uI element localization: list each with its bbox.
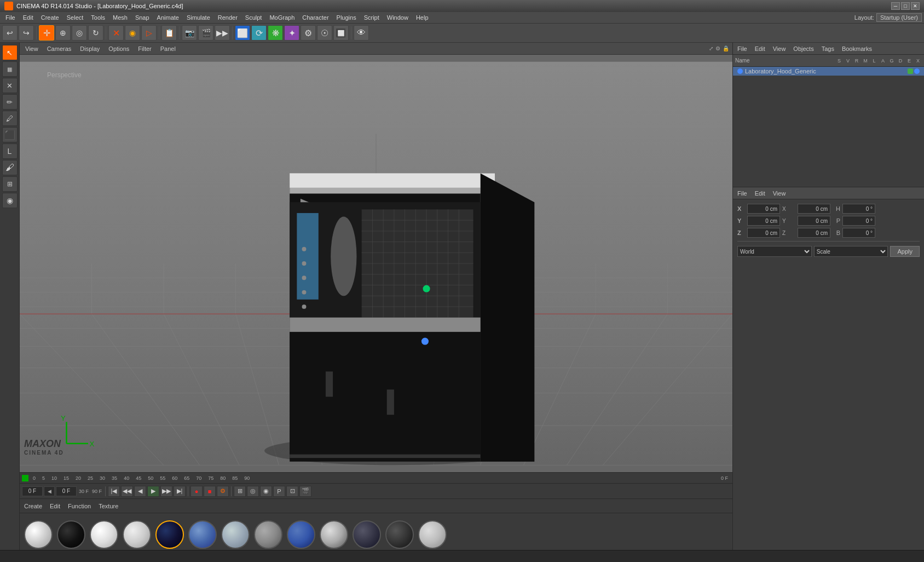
maximize-button[interactable]: □ (901, 2, 910, 10)
goto-end-button[interactable]: ▶| (174, 486, 186, 497)
menu-tools[interactable]: Tools (88, 13, 108, 22)
viewport-menu-filter[interactable]: Filter (136, 44, 153, 53)
render-all-button[interactable]: ▶▶ (215, 25, 230, 41)
checkerboard-tool[interactable]: ▦ (2, 61, 18, 77)
viewport-menu-display[interactable]: Display (78, 44, 102, 53)
viewport[interactable]: View Cameras Display Options Filter Pane… (20, 43, 732, 472)
p-input[interactable] (842, 216, 875, 226)
menu-script[interactable]: Script (361, 13, 383, 22)
b-input[interactable] (842, 228, 875, 238)
y-position-input[interactable] (747, 216, 780, 226)
obj-tab-tags[interactable]: Tags (819, 44, 836, 53)
config-icon[interactable]: ⚙ (715, 45, 720, 51)
scale-select[interactable]: Scale (814, 246, 888, 257)
menu-create[interactable]: Create (38, 13, 62, 22)
light-button[interactable]: ⚙ (301, 25, 316, 41)
camera-button[interactable]: ☉ (317, 25, 332, 41)
undo-button[interactable]: ↩ (2, 25, 18, 41)
object-laboratory-hood[interactable]: Laboratory_Hood_Generic (733, 67, 924, 76)
obj-tab-view[interactable]: View (771, 44, 788, 53)
frame-back-btn[interactable]: ◀ (44, 486, 55, 496)
pointer-tool[interactable]: ↖ (2, 45, 18, 60)
mat-menu-edit[interactable]: Edit (48, 502, 62, 511)
step-forward-button[interactable]: ▶▶ (160, 486, 172, 497)
render-region-button[interactable]: 📷 (182, 25, 197, 41)
menu-help[interactable]: Help (413, 13, 432, 22)
auto-key-button[interactable]: ⚙ (217, 486, 229, 497)
mat-menu-function[interactable]: Function (66, 502, 93, 511)
points-mode-button[interactable]: ◉ (125, 25, 140, 41)
scene-button[interactable]: 🔲 (333, 25, 349, 41)
L-tool[interactable]: L (2, 144, 18, 159)
play-button[interactable]: ▶ (147, 486, 159, 497)
menu-sculpt[interactable]: Sculpt (242, 13, 265, 22)
coord-tab-edit[interactable]: Edit (753, 189, 767, 198)
z-size-input[interactable] (798, 228, 830, 238)
obj-tab-objects[interactable]: Objects (791, 44, 816, 53)
motion-btn3[interactable]: ◉ (260, 486, 272, 497)
menu-file[interactable]: File (2, 13, 19, 22)
knife-tool[interactable]: ✕ (2, 78, 18, 93)
move-tool-button[interactable]: ⊕ (55, 25, 71, 41)
current-frame-input[interactable] (56, 486, 77, 496)
motion-btn1[interactable]: ⊞ (234, 486, 246, 497)
viewport-menu-cameras[interactable]: Cameras (45, 44, 74, 53)
menu-render[interactable]: Render (215, 13, 241, 22)
menu-mograph[interactable]: MoGraph (266, 13, 298, 22)
world-space-select[interactable]: World (737, 246, 812, 257)
record-button[interactable]: ● (190, 486, 203, 497)
motion-btn4[interactable]: P (273, 486, 285, 497)
y-size-input[interactable] (798, 216, 830, 226)
viewport-menu-panel[interactable]: Panel (158, 44, 178, 53)
redo-button[interactable]: ↪ (19, 25, 34, 41)
nurbs-button[interactable]: ⟳ (251, 25, 267, 41)
viewport-menu-options[interactable]: Options (106, 44, 131, 53)
menu-character[interactable]: Character (299, 13, 332, 22)
menu-edit[interactable]: Edit (20, 13, 37, 22)
z-position-input[interactable] (747, 228, 780, 238)
x-size-input[interactable] (798, 204, 830, 214)
fullscreen-icon[interactable]: ⤢ (709, 45, 713, 51)
play-reverse-button[interactable]: ◀ (134, 486, 146, 497)
cube-prim[interactable]: ⬛ (2, 127, 18, 142)
grid-tool[interactable]: ⊞ (2, 176, 18, 192)
close-button[interactable]: ✕ (911, 2, 920, 10)
smooth-tool[interactable]: 🖊 (2, 111, 18, 126)
cube-button[interactable]: ⬜ (235, 25, 250, 41)
render-anim-button[interactable]: 🎬 (198, 25, 213, 41)
timeline-start-marker[interactable] (22, 475, 28, 481)
frame-start-input[interactable] (22, 486, 43, 496)
new-project-button[interactable]: 📋 (161, 25, 177, 41)
mograph-button[interactable]: ✦ (284, 25, 299, 41)
brush-tool[interactable]: 🖌 (2, 160, 18, 175)
lock-icon[interactable]: 🔒 (723, 45, 729, 51)
motion-btn6[interactable]: 🎬 (299, 486, 311, 497)
x-position-input[interactable] (747, 204, 780, 214)
window-controls[interactable]: ─ □ ✕ (891, 2, 920, 10)
deformers-button[interactable]: ❋ (268, 25, 283, 41)
menu-window[interactable]: Window (384, 13, 412, 22)
3d-scene[interactable]: X Y Perspective MAXON CINEMA 4D (20, 55, 732, 472)
menu-mesh[interactable]: Mesh (109, 13, 131, 22)
viewport-menu-view[interactable]: View (23, 44, 41, 53)
scale-tool-button[interactable]: ◎ (72, 25, 87, 41)
select-tool-button[interactable]: ✛ (39, 25, 54, 41)
magnet-tool[interactable]: ◉ (2, 193, 18, 208)
menu-snap[interactable]: Snap (132, 13, 153, 22)
obj-tab-edit[interactable]: Edit (753, 44, 767, 53)
menu-animate[interactable]: Animate (154, 13, 182, 22)
h-input[interactable] (842, 204, 875, 214)
stop-button[interactable]: ■ (204, 486, 216, 497)
coord-tab-view[interactable]: View (771, 189, 788, 198)
obj-tab-bookmarks[interactable]: Bookmarks (840, 44, 874, 53)
rotate-tool-button[interactable]: ↻ (88, 25, 103, 41)
menu-plugins[interactable]: Plugins (333, 13, 360, 22)
floor-button[interactable]: 👁 (354, 25, 369, 41)
motion-btn5[interactable]: ⊡ (286, 486, 298, 497)
obj-vis-toggle[interactable] (908, 68, 913, 74)
pen-tool[interactable]: ✏ (2, 94, 18, 110)
goto-start-button[interactable]: |◀ (108, 486, 120, 497)
mat-menu-create[interactable]: Create (22, 502, 44, 511)
object-mode-button[interactable]: ✕ (108, 25, 124, 41)
motion-btn2[interactable]: ◎ (247, 486, 259, 497)
